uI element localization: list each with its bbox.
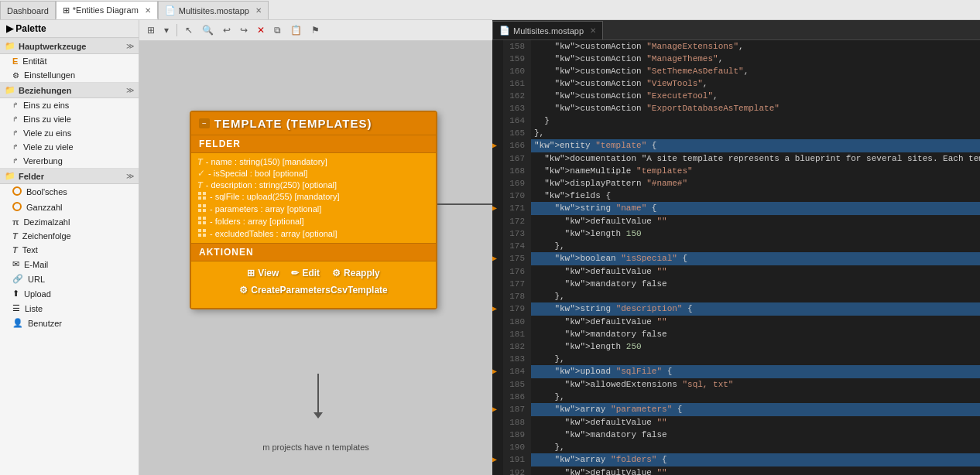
line-content: "kw">defaultValue "" bbox=[531, 466, 667, 475]
reapply-action-btn[interactable]: ⚙ Reapply bbox=[332, 268, 380, 279]
palette-header[interactable]: ▶ Palette bbox=[0, 20, 139, 38]
item-boolsches[interactable]: Bool'sches bbox=[0, 184, 139, 200]
liste-label: Liste bbox=[25, 304, 43, 313]
code-line-182: 182 "kw">length 250 bbox=[492, 340, 980, 353]
field-description: T - description : string(250) [optional] bbox=[197, 179, 430, 190]
item-url[interactable]: 🔗 URL bbox=[0, 272, 139, 286]
toolbar-undo-btn[interactable]: ↩ bbox=[220, 23, 234, 37]
close-entities-diagram-icon[interactable]: ✕ bbox=[145, 6, 151, 15]
toolbar-align-btn[interactable]: ⊞ bbox=[144, 23, 158, 37]
code-line-189: 189 "kw">mandatory false bbox=[492, 429, 980, 441]
item-text[interactable]: T Text bbox=[0, 243, 139, 257]
svg-rect-5 bbox=[203, 196, 206, 200]
eins-zu-eins-label: Eins zu eins bbox=[23, 101, 69, 110]
line-content: "kw">array "parameters" { bbox=[531, 403, 682, 416]
item-entitat[interactable]: E Entität bbox=[0, 54, 139, 68]
code-line-180: 180 "kw">defaultValue "" bbox=[492, 316, 980, 328]
line-content: "kw">defaultValue "" bbox=[531, 316, 667, 328]
item-viele-zu-viele[interactable]: ↱ Viele zu viele bbox=[0, 140, 139, 154]
item-dezimalzahl[interactable]: π Dezimalzahl bbox=[0, 215, 139, 229]
entitat-label: Entität bbox=[22, 56, 46, 66]
hauptwerkzeuge-label: Hauptwerkzeuge bbox=[19, 42, 86, 51]
breakpoint-area: ▶ bbox=[492, 252, 503, 265]
toolbar-flag-btn[interactable]: ⚑ bbox=[308, 23, 323, 37]
tab-multisites[interactable]: 📄 Multisites.mostapp ✕ bbox=[158, 1, 269, 19]
item-upload[interactable]: ⬆ Upload bbox=[0, 286, 139, 301]
viele-zu-viele-icon: ↱ bbox=[12, 143, 19, 151]
fields-section-label: FELDER bbox=[191, 135, 436, 153]
editor-close-icon[interactable]: ✕ bbox=[590, 26, 596, 35]
item-benutzer[interactable]: 👤 Benutzer bbox=[0, 316, 139, 330]
actions-section-label: AKTIONEN bbox=[191, 243, 436, 261]
item-einstellungen[interactable]: ⚙ Einstellungen bbox=[0, 68, 139, 82]
line-number: 159 bbox=[503, 53, 531, 65]
line-number: 178 bbox=[503, 290, 531, 302]
item-eins-zu-eins[interactable]: ↱ Eins zu eins bbox=[0, 98, 139, 112]
section-hauptwerkzeuge[interactable]: 📁 Hauptwerkzeuge ≫ bbox=[0, 38, 139, 54]
toolbar-redo-btn[interactable]: ↪ bbox=[237, 23, 251, 37]
palette-label: Palette bbox=[15, 23, 46, 34]
item-vererbung[interactable]: ↱ Vererbung bbox=[0, 154, 139, 168]
create-params-icon: ⚙ bbox=[239, 285, 248, 296]
code-line-192: 192 "kw">defaultValue "" bbox=[492, 466, 980, 475]
item-eins-zu-viele[interactable]: ↱ Eins zu viele bbox=[0, 112, 139, 126]
item-ganzzahl[interactable]: Ganzzahl bbox=[0, 200, 139, 215]
field-sqlfile-text: - sqlFile : upload(255) [mandatory] bbox=[210, 192, 340, 201]
item-email[interactable]: ✉ E-Mail bbox=[0, 257, 139, 272]
line-number: 167 bbox=[503, 152, 531, 165]
beziehungen-label: Beziehungen bbox=[19, 86, 71, 95]
upload-label: Upload bbox=[24, 289, 51, 299]
code-line-171: ▶171 "kw">string "name" { bbox=[492, 202, 980, 215]
line-number: 180 bbox=[503, 316, 531, 328]
field-folders-icon bbox=[197, 216, 207, 227]
line-content: }, bbox=[531, 290, 565, 302]
tab-entities-diagram[interactable]: ⊞ *Entities Diagram ✕ bbox=[56, 1, 158, 19]
toolbar-delete-btn[interactable]: ✕ bbox=[254, 23, 268, 37]
code-line-161: 161 "kw">customAction "ViewTools", bbox=[492, 77, 980, 90]
breakpoint-area bbox=[492, 353, 503, 365]
tab-entities-diagram-label: *Entities Diagram bbox=[73, 5, 139, 15]
line-number: 164 bbox=[503, 114, 531, 127]
line-number: 170 bbox=[503, 190, 531, 202]
line-content: }, bbox=[531, 240, 565, 252]
toolbar-zoom-btn[interactable]: 🔍 bbox=[199, 23, 217, 37]
entity-title: TEMPLATE (TEMPLATES) bbox=[214, 117, 372, 130]
eins-zu-viele-icon: ↱ bbox=[12, 115, 19, 123]
multisites-file-icon: 📄 bbox=[165, 5, 176, 15]
action-row-main: ⊞ View ✏ Edit ⚙ Reapply bbox=[197, 268, 430, 279]
code-line-184: ▶184 "kw">upload "sqlFile" { bbox=[492, 365, 980, 378]
item-viele-zu-eins[interactable]: ↱ Viele zu eins bbox=[0, 126, 139, 140]
toolbar-paste-btn[interactable]: 📋 bbox=[287, 23, 305, 37]
section-felder[interactable]: 📁 Felder ≫ bbox=[0, 168, 139, 184]
tab-dashboard[interactable]: Dashboard bbox=[0, 1, 56, 19]
item-liste[interactable]: ☰ Liste bbox=[0, 301, 139, 316]
entity-collapse-btn[interactable]: − bbox=[199, 118, 210, 128]
create-params-btn[interactable]: ⚙ CreateParametersCsvTemplate bbox=[239, 285, 388, 296]
line-number: 179 bbox=[503, 302, 531, 316]
line-number: 186 bbox=[503, 391, 531, 403]
editor-tab-multisites[interactable]: 📄 Multisites.mostapp ✕ bbox=[492, 21, 603, 39]
code-line-178: 178 }, bbox=[492, 290, 980, 302]
editor-tab-label: Multisites.mostapp bbox=[513, 26, 584, 36]
line-content: "kw">defaultValue "" bbox=[531, 416, 667, 429]
toolbar-cursor-btn[interactable]: ↖ bbox=[182, 23, 196, 37]
line-content: "kw">string "name" { bbox=[531, 202, 656, 215]
field-description-icon: T bbox=[197, 180, 203, 190]
item-zeichenfolge[interactable]: T Zeichenfolge bbox=[0, 229, 139, 243]
line-number: 189 bbox=[503, 429, 531, 441]
field-name-icon: T bbox=[197, 157, 203, 166]
line-content: "kw">customAction "ManageThemes", bbox=[531, 53, 723, 65]
section-beziehungen[interactable]: 📁 Beziehungen ≫ bbox=[0, 82, 139, 98]
breakpoint-area bbox=[492, 127, 503, 139]
view-action-btn[interactable]: ⊞ View bbox=[247, 268, 279, 279]
toolbar-copy-btn[interactable]: ⧉ bbox=[271, 23, 284, 37]
field-folders: - folders : array [optional] bbox=[197, 215, 430, 227]
line-content: "kw">defaultValue "" bbox=[531, 215, 667, 227]
close-multisites-icon[interactable]: ✕ bbox=[255, 6, 262, 15]
svg-point-0 bbox=[13, 187, 21, 195]
toolbar-dropdown-btn[interactable]: ▾ bbox=[161, 23, 172, 37]
code-area[interactable]: 158 "kw">customAction "ManageExtensions"… bbox=[492, 40, 980, 475]
text-label: Text bbox=[22, 245, 38, 255]
edit-action-btn[interactable]: ✏ Edit bbox=[291, 268, 320, 279]
diagram-canvas[interactable]: − TEMPLATE (TEMPLATES) FELDER T - name :… bbox=[139, 41, 492, 475]
